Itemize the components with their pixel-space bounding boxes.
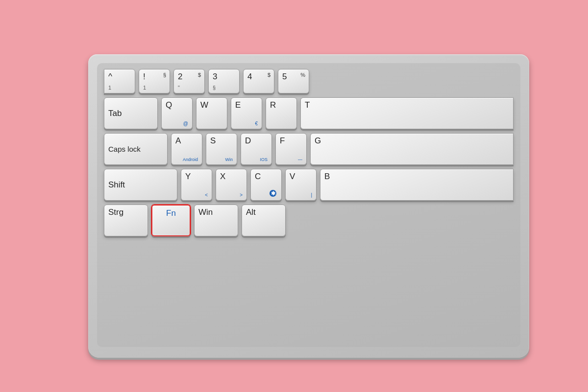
tab-row: Tab Q @ W E € R T: [104, 97, 514, 129]
key-d[interactable]: D IOS: [241, 133, 272, 165]
shift-row: Shift Y < X > C ✱: [104, 169, 514, 201]
bottom-row: Strg Fn Win Alt: [104, 205, 514, 236]
key-alt[interactable]: Alt: [242, 205, 286, 236]
svg-text:✱: ✱: [271, 190, 276, 196]
key-shift[interactable]: Shift: [104, 169, 177, 201]
keyboard-body: ^ 1 § ! 1 $ 2 " 3 § $: [88, 54, 529, 358]
key-c[interactable]: C ✱: [250, 169, 282, 201]
key-s[interactable]: S Win: [206, 133, 237, 165]
key-v[interactable]: V |: [285, 169, 317, 201]
key-5[interactable]: % 5: [278, 69, 309, 93]
key-y[interactable]: Y <: [181, 169, 212, 201]
number-row: ^ 1 § ! 1 $ 2 " 3 § $: [104, 69, 514, 93]
key-caps-lock[interactable]: Caps lock: [104, 133, 168, 165]
key-g[interactable]: G: [310, 133, 514, 165]
key-3[interactable]: 3 §: [208, 69, 240, 93]
key-tab[interactable]: Tab: [104, 97, 158, 129]
key-r[interactable]: R: [266, 97, 297, 129]
key-4[interactable]: $ 4: [243, 69, 274, 93]
caps-row: Caps lock A Android S Win D IOS F —: [104, 133, 514, 165]
key-w[interactable]: W: [196, 97, 227, 129]
key-a[interactable]: A Android: [171, 133, 202, 165]
key-exclaim[interactable]: § ! 1: [139, 69, 170, 93]
bluetooth-icon: ✱: [269, 189, 277, 198]
key-win[interactable]: Win: [194, 205, 238, 236]
keyboard-inner: ^ 1 § ! 1 $ 2 " 3 § $: [97, 63, 520, 347]
key-e[interactable]: E €: [231, 97, 262, 129]
key-q[interactable]: Q @: [161, 97, 193, 129]
key-fn[interactable]: Fn: [151, 205, 191, 236]
key-b[interactable]: B: [320, 169, 514, 201]
key-caret[interactable]: ^ 1: [104, 69, 135, 93]
key-2[interactable]: $ 2 ": [173, 69, 205, 93]
key-x[interactable]: X >: [216, 169, 247, 201]
key-strg[interactable]: Strg: [104, 205, 148, 236]
keyboard-wrapper: ^ 1 § ! 1 $ 2 " 3 § $: [88, 54, 529, 358]
key-f[interactable]: F —: [275, 133, 307, 165]
key-t[interactable]: T: [300, 97, 514, 129]
